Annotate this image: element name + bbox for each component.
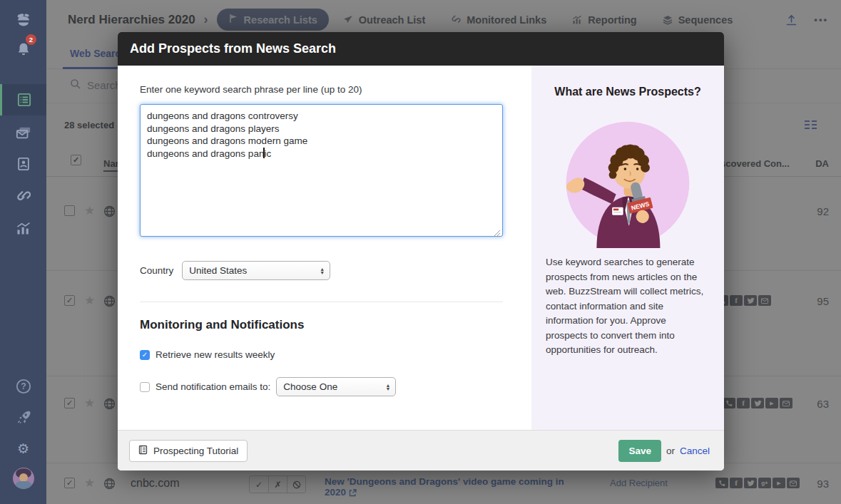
monitoring-heading: Monitoring and Notifications (140, 318, 503, 332)
keywords-textarea[interactable]: dungeons and dragons controversy dungeon… (140, 104, 503, 237)
notify-checkbox[interactable] (140, 382, 150, 392)
notification-badge: 2 (26, 34, 36, 45)
modal-footer: Prospecting Tutorial Save or Cancel (118, 430, 724, 470)
country-label: Country (140, 265, 173, 276)
prospecting-tutorial-button[interactable]: Prospecting Tutorial (129, 440, 248, 462)
sidebar-item-links[interactable] (0, 182, 46, 208)
notifications-bell-icon[interactable]: 2 (0, 37, 46, 63)
notify-value: Choose One (283, 381, 337, 392)
notify-select[interactable]: Choose One ▲▼ (276, 377, 396, 396)
sidebar-item-reports[interactable] (0, 215, 46, 241)
info-body: Use keyword searches to generate prospec… (546, 255, 710, 358)
info-heading: What are News Prospects? (546, 86, 710, 98)
modal-header: Add Prospects from News Search (118, 32, 724, 66)
sidebar: 2 ? ⚙ (0, 0, 46, 504)
help-icon[interactable]: ? (0, 374, 46, 399)
sidebar-item-lists-active[interactable] (0, 84, 46, 115)
sidebar-item-contacts[interactable] (0, 151, 46, 177)
user-avatar[interactable] (0, 466, 46, 491)
book-icon (138, 445, 148, 457)
section-divider (140, 302, 503, 302)
modal-form: Enter one keyword search phrase per line… (118, 66, 531, 430)
tutorial-label: Prospecting Tutorial (153, 446, 238, 456)
svg-text:?: ? (21, 381, 26, 391)
weekly-checkbox[interactable] (140, 350, 150, 360)
news-reporter-illustration: NEWS (556, 106, 699, 248)
keywords-field-wrap: dungeons and dragons controversy dungeon… (140, 104, 503, 240)
modal-title: Add Prospects from News Search (130, 41, 336, 56)
add-prospects-modal: Add Prospects from News Search Enter one… (118, 32, 724, 470)
save-button[interactable]: Save (618, 440, 661, 462)
app-screen: Nerd Hierarchies 2020 › Research Lists O… (0, 0, 841, 504)
notify-label: Send notification emails to: (156, 381, 270, 392)
text-caret (263, 148, 265, 158)
cancel-link[interactable]: Cancel (680, 446, 710, 456)
list-icon (2, 84, 46, 115)
settings-gear-icon[interactable]: ⚙ (0, 436, 46, 461)
weekly-label: Retrieve new results weekly (156, 349, 275, 360)
select-arrows-icon: ▲▼ (385, 384, 390, 391)
keywords-instructions: Enter one keyword search phrase per line… (140, 84, 503, 95)
country-value: United States (189, 265, 247, 276)
buzzstream-logo-icon[interactable] (0, 7, 46, 33)
country-select[interactable]: United States ▲▼ (182, 261, 330, 280)
or-text: or (666, 446, 675, 456)
select-arrows-icon: ▲▼ (320, 267, 325, 274)
info-panel: What are News Prospects? (531, 66, 724, 430)
rocket-icon[interactable] (0, 404, 46, 430)
sidebar-item-outreach[interactable] (0, 120, 46, 145)
